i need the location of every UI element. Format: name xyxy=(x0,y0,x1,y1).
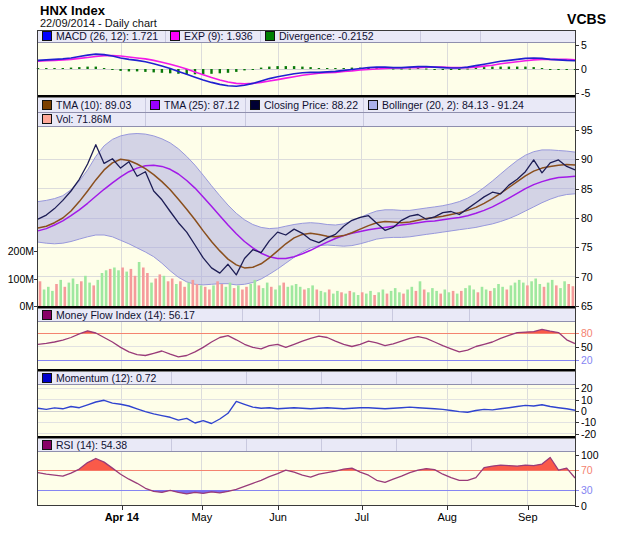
legend-cell xyxy=(247,372,322,385)
y-axis-label: 95 xyxy=(581,125,593,135)
volume-bar xyxy=(328,290,331,307)
volume-bar xyxy=(229,283,232,306)
volume-bar xyxy=(361,292,364,306)
volume-bar xyxy=(84,276,87,306)
legend-cell xyxy=(247,439,322,452)
divergence-bar xyxy=(119,69,121,71)
legend-label: MACD (26, 12): 1.721 xyxy=(56,30,158,42)
volume-bar xyxy=(278,285,281,306)
axis-tick xyxy=(575,388,579,389)
volume-bar xyxy=(125,272,128,306)
y-axis-label: 75 xyxy=(581,242,593,252)
x-axis-month-label: Aug xyxy=(415,511,479,523)
legend-swatch-icon xyxy=(42,310,52,320)
axis-tick xyxy=(575,400,579,401)
legend-swatch-icon xyxy=(150,100,160,110)
divergence-bar xyxy=(252,69,254,70)
volume-bar xyxy=(299,287,302,306)
volume-bar xyxy=(398,292,401,306)
y-axis-label: 80 xyxy=(581,328,593,338)
axis-tick xyxy=(575,333,579,334)
legend-label: Divergence: -0.2152 xyxy=(279,30,374,42)
volume-bar xyxy=(307,288,310,306)
legend-label: EXP (9): 1.936 xyxy=(184,30,253,42)
x-axis-month-label: Jun xyxy=(246,511,310,523)
legend-cell xyxy=(146,113,246,127)
legend-cell xyxy=(421,30,481,42)
divergence-bar xyxy=(533,67,535,69)
volume-bar xyxy=(497,284,500,306)
y-axis-label: -20 xyxy=(581,429,596,439)
legend-swatch-icon xyxy=(250,100,260,110)
legend-cell: Vol: 71.86M xyxy=(38,113,146,127)
legend-label: Money Flow Index (14): 56.17 xyxy=(56,309,195,321)
divergence-bar xyxy=(524,67,526,69)
volume-bar xyxy=(340,292,343,306)
axis-tick xyxy=(575,306,579,307)
volume-bar xyxy=(192,280,195,306)
volume-bar xyxy=(468,285,471,306)
y-axis-label: 5 xyxy=(581,40,587,50)
divergence-bar xyxy=(326,68,328,69)
legend-cell xyxy=(397,372,472,385)
x-axis-month-label: Sep xyxy=(496,511,560,523)
divergence-bar xyxy=(86,67,88,69)
volume-bar xyxy=(365,294,368,306)
volume-bar xyxy=(427,292,430,306)
divergence-bar xyxy=(53,68,55,69)
axis-tick xyxy=(575,45,579,46)
volume-bar xyxy=(477,292,480,306)
legend-label: TMA (10): 89.03 xyxy=(56,99,131,111)
volume-bar xyxy=(472,290,475,307)
volume-bar xyxy=(92,285,95,306)
legend-cell: Bollinger (20, 2): 84.13 - 91.24 xyxy=(364,98,575,112)
volume-bar xyxy=(282,283,285,306)
legend-row-rsi: RSI (14): 54.38 xyxy=(38,439,575,453)
divergence-bar xyxy=(161,69,163,73)
volume-bar xyxy=(386,294,389,306)
volume-bar xyxy=(534,279,537,307)
divergence-bar xyxy=(458,69,460,70)
divergence-bar xyxy=(227,69,229,73)
axis-tick xyxy=(575,159,579,160)
legend-cell xyxy=(322,372,397,385)
axis-tick xyxy=(575,411,579,412)
volume-bar xyxy=(212,285,215,306)
divergence-bar xyxy=(78,67,80,69)
volume-bar xyxy=(369,291,372,306)
volume-bar xyxy=(316,290,319,307)
legend-swatch-icon xyxy=(42,114,52,124)
volume-bar xyxy=(233,288,236,306)
chart-canvas xyxy=(0,0,620,535)
legend-row-mom: Momentum (12): 0.72 xyxy=(38,372,575,386)
divergence-bar xyxy=(334,68,336,69)
axis-tick xyxy=(447,506,448,510)
divergence-bar xyxy=(136,69,138,71)
volume-bar xyxy=(563,281,566,306)
axis-tick xyxy=(528,506,529,510)
y-axis-label: 100 xyxy=(581,450,599,460)
volume-bar xyxy=(254,280,257,306)
axis-tick xyxy=(34,306,38,307)
axis-tick xyxy=(575,434,579,435)
volume-bar xyxy=(551,280,554,306)
volume-bar xyxy=(142,268,145,307)
volume-bar xyxy=(196,284,199,306)
volume-bar xyxy=(431,288,434,306)
legend-label: Closing Price: 88.22 xyxy=(264,99,358,111)
volume-bar xyxy=(460,291,463,306)
volume-bar xyxy=(526,285,529,306)
divergence-bar xyxy=(202,69,204,74)
volume-bar xyxy=(344,294,347,306)
axis-tick xyxy=(202,506,203,510)
volume-bar xyxy=(245,287,248,306)
legend-cell xyxy=(472,372,575,385)
volume-bar xyxy=(179,281,182,306)
legend-cell: MACD (26, 12): 1.721 xyxy=(38,30,166,42)
volume-bar xyxy=(464,288,467,306)
volume-bar xyxy=(373,295,376,306)
divergence-bar xyxy=(128,69,130,71)
divergence-bar xyxy=(508,67,510,69)
axis-tick xyxy=(575,189,579,190)
divergence-bar xyxy=(309,67,311,69)
